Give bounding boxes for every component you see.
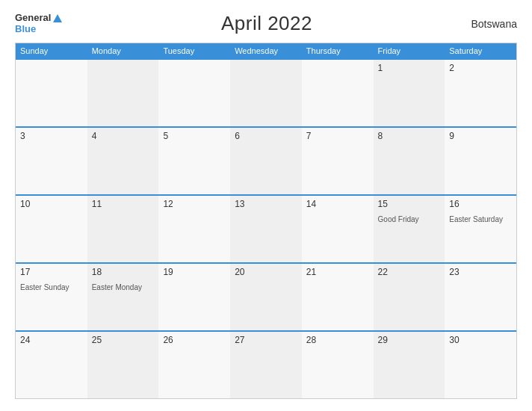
cal-cell-w4-d4: 20 xyxy=(230,264,302,330)
calendar-body: 123456789101112131415Good Friday16Easter… xyxy=(16,58,516,398)
cal-cell-w1-d1 xyxy=(16,60,87,126)
cal-cell-w1-d5 xyxy=(302,60,374,126)
day-number: 18 xyxy=(92,267,155,277)
day-number: 22 xyxy=(378,267,441,277)
cal-cell-w1-d7: 2 xyxy=(445,60,516,126)
day-event: Easter Sunday xyxy=(20,283,69,291)
cal-cell-w5-d4: 27 xyxy=(230,332,302,398)
day-number: 5 xyxy=(163,131,226,141)
cal-cell-w2-d6: 8 xyxy=(374,128,445,194)
col-thursday: Thursday xyxy=(302,43,374,58)
cal-cell-w2-d2: 4 xyxy=(87,128,159,194)
col-monday: Monday xyxy=(87,43,159,58)
cal-cell-w2-d1: 3 xyxy=(16,128,87,194)
cal-cell-w3-d6: 15Good Friday xyxy=(374,196,445,262)
day-number: 16 xyxy=(449,199,512,209)
cal-cell-w3-d7: 16Easter Saturday xyxy=(445,196,516,262)
day-event: Good Friday xyxy=(378,215,419,223)
day-number: 6 xyxy=(235,131,297,141)
day-number: 24 xyxy=(20,335,83,345)
logo-blue-text: Blue xyxy=(15,24,62,34)
cal-cell-w3-d4: 13 xyxy=(230,196,302,262)
col-sunday: Sunday xyxy=(16,43,87,58)
day-number: 19 xyxy=(163,267,226,277)
day-number: 2 xyxy=(449,63,512,73)
cal-cell-w5-d7: 30 xyxy=(445,332,516,398)
day-number: 25 xyxy=(92,335,155,345)
cal-cell-w4-d3: 19 xyxy=(158,264,230,330)
cal-cell-w5-d5: 28 xyxy=(302,332,374,398)
cal-cell-w2-d4: 6 xyxy=(230,128,302,194)
col-tuesday: Tuesday xyxy=(158,43,230,58)
day-number: 30 xyxy=(449,335,512,345)
day-number: 9 xyxy=(449,131,512,141)
cal-cell-w5-d6: 29 xyxy=(374,332,445,398)
cal-cell-w5-d1: 24 xyxy=(16,332,87,398)
day-number: 8 xyxy=(378,131,441,141)
logo-general-text: General xyxy=(15,13,51,23)
day-number: 27 xyxy=(235,335,297,345)
cal-cell-w3-d1: 10 xyxy=(16,196,87,262)
cal-cell-w4-d7: 23 xyxy=(445,264,516,330)
week-row-3: 101112131415Good Friday16Easter Saturday xyxy=(16,194,516,262)
week-row-4: 17Easter Sunday18Easter Monday1920212223 xyxy=(16,262,516,330)
cal-cell-w1-d4 xyxy=(230,60,302,126)
week-row-5: 24252627282930 xyxy=(16,330,516,398)
col-saturday: Saturday xyxy=(445,43,516,58)
day-event: Easter Monday xyxy=(92,283,142,291)
day-number: 3 xyxy=(20,131,83,141)
cal-cell-w3-d3: 12 xyxy=(158,196,230,262)
cal-cell-w5-d3: 26 xyxy=(158,332,230,398)
cal-cell-w2-d7: 9 xyxy=(445,128,516,194)
cal-cell-w2-d3: 5 xyxy=(158,128,230,194)
cal-cell-w1-d6: 1 xyxy=(374,60,445,126)
day-number: 10 xyxy=(20,199,83,209)
week-row-1: 12 xyxy=(16,58,516,126)
day-number: 13 xyxy=(235,199,297,209)
day-number: 28 xyxy=(306,335,369,345)
cal-cell-w3-d2: 11 xyxy=(87,196,159,262)
day-number: 20 xyxy=(235,267,297,277)
cal-cell-w1-d3 xyxy=(158,60,230,126)
day-number: 7 xyxy=(306,131,369,141)
logo: General Blue xyxy=(15,13,62,34)
day-event: Easter Saturday xyxy=(449,215,503,223)
cal-cell-w3-d5: 14 xyxy=(302,196,374,262)
cal-cell-w4-d5: 21 xyxy=(302,264,374,330)
day-number: 15 xyxy=(378,199,441,209)
day-number: 4 xyxy=(92,131,155,141)
cal-cell-w4-d1: 17Easter Sunday xyxy=(16,264,87,330)
calendar: Sunday Monday Tuesday Wednesday Thursday… xyxy=(15,43,517,399)
day-number: 26 xyxy=(163,335,226,345)
col-friday: Friday xyxy=(374,43,445,58)
day-number: 21 xyxy=(306,267,369,277)
day-number: 14 xyxy=(306,199,369,209)
day-number: 23 xyxy=(449,267,512,277)
cal-cell-w5-d2: 25 xyxy=(87,332,159,398)
page: General Blue April 2022 Botswana Sunday … xyxy=(0,0,532,411)
header: General Blue April 2022 Botswana xyxy=(15,12,517,35)
country-name: Botswana xyxy=(471,18,517,30)
day-number: 11 xyxy=(92,199,155,209)
logo-triangle-icon xyxy=(53,14,62,22)
day-number: 12 xyxy=(163,199,226,209)
day-number: 1 xyxy=(378,63,441,73)
cal-cell-w4-d2: 18Easter Monday xyxy=(87,264,159,330)
day-number: 29 xyxy=(378,335,441,345)
calendar-header-row: Sunday Monday Tuesday Wednesday Thursday… xyxy=(16,43,516,58)
col-wednesday: Wednesday xyxy=(230,43,302,58)
cal-cell-w4-d6: 22 xyxy=(374,264,445,330)
calendar-title: April 2022 xyxy=(221,12,312,35)
cal-cell-w2-d5: 7 xyxy=(302,128,374,194)
day-number: 17 xyxy=(20,267,83,277)
cal-cell-w1-d2 xyxy=(87,60,159,126)
week-row-2: 3456789 xyxy=(16,126,516,194)
